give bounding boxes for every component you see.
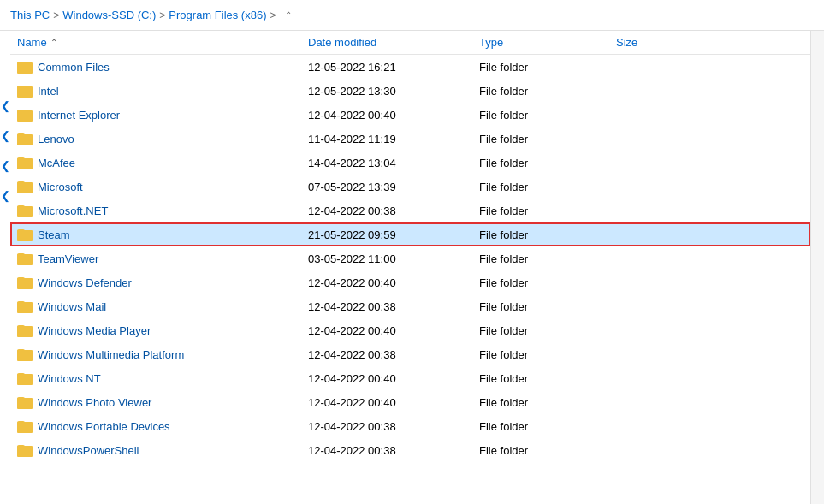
file-name-cell: Windows Mail	[17, 299, 308, 313]
file-type-cell: File folder	[479, 396, 616, 409]
table-row[interactable]: Windows Multimedia Platform12-04-2022 00…	[10, 342, 810, 366]
table-row[interactable]: Microsoft07-05-2022 13:39File folder	[10, 175, 810, 199]
folder-icon	[17, 371, 33, 385]
main-content: ❮ ❮ ❮ ❮ Name ⌃ Date modified Type Size C…	[0, 31, 824, 504]
table-row[interactable]: Windows Portable Devices12-04-2022 00:38…	[10, 414, 810, 438]
file-date-cell: 12-05-2022 16:21	[308, 61, 479, 74]
file-type-cell: File folder	[479, 228, 616, 241]
folder-icon	[17, 395, 33, 409]
col-header-date[interactable]: Date modified	[308, 36, 479, 49]
file-name-text: WindowsPowerShell	[38, 444, 139, 457]
table-row[interactable]: TeamViewer03-05-2022 11:00File folder	[10, 246, 810, 270]
file-name-text: Internet Explorer	[38, 109, 120, 122]
file-name-cell: Windows Photo Viewer	[17, 395, 308, 409]
file-name-text: Windows NT	[38, 372, 101, 385]
file-date-cell: 11-04-2022 11:19	[308, 133, 479, 145]
file-name-cell: TeamViewer	[17, 252, 308, 265]
breadcrumb-expand-arrow[interactable]: ⌃	[285, 10, 292, 20]
file-date-cell: 21-05-2022 09:59	[308, 228, 479, 241]
file-type-cell: File folder	[479, 348, 616, 361]
folder-icon	[17, 299, 33, 313]
table-row[interactable]: Common Files12-05-2022 16:21File folder	[10, 55, 810, 79]
file-date-cell: 12-04-2022 00:38	[308, 444, 479, 457]
file-date-cell: 03-05-2022 11:00	[308, 252, 479, 265]
col-header-size[interactable]: Size	[616, 36, 702, 49]
file-name-cell: Lenovo	[17, 132, 308, 145]
file-name-text: Windows Portable Devices	[38, 420, 170, 433]
breadcrumb-sep-3: >	[270, 9, 276, 21]
file-type-cell: File folder	[479, 324, 616, 337]
file-name-text: Windows Media Player	[38, 324, 151, 337]
breadcrumb-sep-2: >	[159, 9, 165, 21]
folder-icon	[17, 347, 33, 361]
file-name-cell: Microsoft.NET	[17, 204, 308, 217]
folder-icon	[17, 180, 33, 193]
folder-icon	[17, 419, 33, 433]
file-type-cell: File folder	[479, 205, 616, 217]
file-type-cell: File folder	[479, 252, 616, 265]
folder-icon	[17, 132, 33, 145]
file-name-text: Windows Multimedia Platform	[38, 348, 184, 361]
file-type-cell: File folder	[479, 85, 616, 98]
folder-icon	[17, 60, 33, 74]
file-type-cell: File folder	[479, 181, 616, 193]
breadcrumb-this-pc[interactable]: This PC	[10, 9, 50, 21]
file-type-cell: File folder	[479, 420, 616, 433]
file-name-cell: Steam	[17, 228, 308, 241]
table-row[interactable]: Lenovo11-04-2022 11:19File folder	[10, 127, 810, 151]
table-row[interactable]: Windows Photo Viewer12-04-2022 00:40File…	[10, 390, 810, 414]
file-name-text: Windows Defender	[38, 276, 132, 289]
file-type-cell: File folder	[479, 300, 616, 313]
table-row[interactable]: Microsoft.NET12-04-2022 00:38File folder	[10, 199, 810, 222]
file-name-cell: Windows Multimedia Platform	[17, 347, 308, 361]
table-row[interactable]: WindowsPowerShell12-04-2022 00:38File fo…	[10, 438, 810, 462]
breadcrumb-program-files[interactable]: Program Files (x86)	[169, 9, 266, 21]
col-header-name[interactable]: Name ⌃	[17, 36, 308, 49]
file-name-text: Intel	[38, 85, 59, 98]
file-date-cell: 12-04-2022 00:40	[308, 396, 479, 409]
breadcrumb: This PC > Windows-SSD (C:) > Program Fil…	[0, 0, 824, 31]
file-type-cell: File folder	[479, 133, 616, 145]
file-date-cell: 12-04-2022 00:38	[308, 348, 479, 361]
file-name-cell: Internet Explorer	[17, 108, 308, 122]
table-row[interactable]: Internet Explorer12-04-2022 00:40File fo…	[10, 103, 810, 127]
file-name-text: TeamViewer	[38, 252, 98, 265]
file-name-cell: Intel	[17, 84, 308, 98]
table-row[interactable]: Steam21-05-2022 09:59File folder	[10, 222, 810, 246]
file-name-text: Microsoft.NET	[38, 205, 108, 217]
file-name-text: Steam	[38, 228, 70, 241]
file-name-text: Microsoft	[38, 181, 83, 193]
file-date-cell: 12-05-2022 13:30	[308, 85, 479, 98]
left-nav: ❮ ❮ ❮ ❮	[0, 31, 10, 504]
col-header-type[interactable]: Type	[479, 36, 616, 49]
breadcrumb-drive[interactable]: Windows-SSD (C:)	[62, 9, 156, 21]
file-name-cell: Windows NT	[17, 371, 308, 385]
table-row[interactable]: Windows Mail12-04-2022 00:38File folder	[10, 294, 810, 318]
nav-arrow-2[interactable]: ❮	[1, 129, 10, 142]
nav-arrow-1[interactable]: ❮	[1, 99, 10, 112]
file-date-cell: 12-04-2022 00:38	[308, 420, 479, 433]
file-date-cell: 12-04-2022 00:40	[308, 109, 479, 122]
file-name-cell: Windows Media Player	[17, 323, 308, 337]
nav-arrow-4[interactable]: ❮	[1, 189, 10, 202]
file-name-text: Lenovo	[38, 133, 74, 145]
file-date-cell: 12-04-2022 00:38	[308, 300, 479, 313]
folder-icon	[17, 252, 33, 265]
table-row[interactable]: McAfee14-04-2022 13:04File folder	[10, 151, 810, 175]
file-date-cell: 07-05-2022 13:39	[308, 181, 479, 193]
table-row[interactable]: Intel12-05-2022 13:30File folder	[10, 79, 810, 103]
file-name-text: Common Files	[38, 61, 110, 74]
table-row[interactable]: Windows Media Player12-04-2022 00:40File…	[10, 318, 810, 342]
file-rows: Common Files12-05-2022 16:21File folderI…	[10, 55, 810, 462]
folder-icon	[17, 84, 33, 98]
table-row[interactable]: Windows NT12-04-2022 00:40File folder	[10, 366, 810, 390]
folder-icon	[17, 443, 33, 457]
file-name-cell: McAfee	[17, 156, 308, 169]
table-row[interactable]: Windows Defender12-04-2022 00:40File fol…	[10, 270, 810, 294]
file-name-text: McAfee	[38, 157, 75, 169]
nav-arrow-3[interactable]: ❮	[1, 159, 10, 172]
file-date-cell: 14-04-2022 13:04	[308, 157, 479, 169]
scrollbar[interactable]	[810, 31, 824, 504]
file-list-container: Name ⌃ Date modified Type Size Common Fi…	[10, 31, 810, 504]
file-date-cell: 12-04-2022 00:40	[308, 276, 479, 289]
